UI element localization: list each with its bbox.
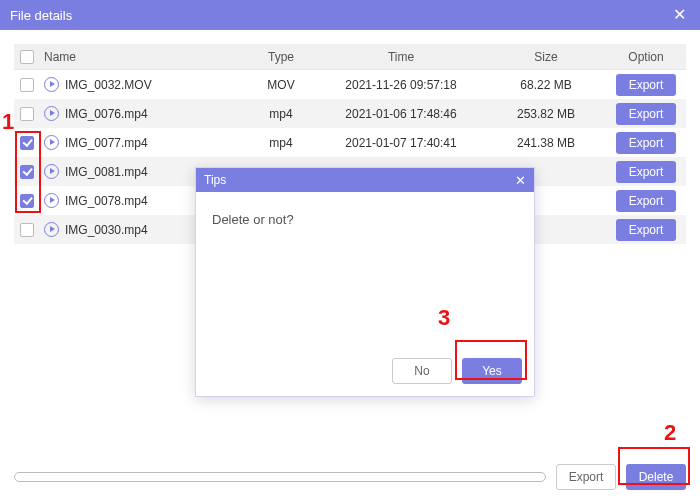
play-preview-icon[interactable]	[44, 222, 59, 237]
file-name: IMG_0078.mp4	[65, 194, 148, 208]
col-header-option: Option	[606, 50, 686, 64]
dialog-yes-button[interactable]: Yes	[462, 358, 522, 384]
dialog-footer: No Yes	[196, 346, 534, 396]
table-header: Name Type Time Size Option	[14, 44, 686, 70]
table-row[interactable]: IMG_0032.MOVMOV2021-11-26 09:57:1868.22 …	[14, 70, 686, 99]
row-export-button[interactable]: Export	[616, 161, 676, 183]
progress-bar	[14, 472, 546, 482]
file-size: 253.82 MB	[486, 107, 606, 121]
file-name: IMG_0030.mp4	[65, 223, 148, 237]
dialog-titlebar: Tips ✕	[196, 168, 534, 192]
play-preview-icon[interactable]	[44, 135, 59, 150]
play-preview-icon[interactable]	[44, 193, 59, 208]
file-size: 68.22 MB	[486, 78, 606, 92]
export-all-button[interactable]: Export	[556, 464, 616, 490]
file-size: 241.38 MB	[486, 136, 606, 150]
row-checkbox[interactable]	[20, 223, 34, 237]
col-header-type: Type	[246, 50, 316, 64]
dialog-message: Delete or not?	[196, 192, 534, 346]
titlebar: File details ✕	[0, 0, 700, 30]
file-name: IMG_0032.MOV	[65, 78, 152, 92]
row-checkbox[interactable]	[20, 107, 34, 121]
footer: Export Delete	[14, 464, 686, 490]
file-name: IMG_0076.mp4	[65, 107, 148, 121]
file-time: 2021-01-06 17:48:46	[316, 107, 486, 121]
file-type: MOV	[246, 78, 316, 92]
close-icon[interactable]: ✕	[668, 4, 690, 26]
file-type: mp4	[246, 107, 316, 121]
play-preview-icon[interactable]	[44, 106, 59, 121]
file-time: 2021-11-26 09:57:18	[316, 78, 486, 92]
file-time: 2021-01-07 17:40:41	[316, 136, 486, 150]
play-preview-icon[interactable]	[44, 77, 59, 92]
col-header-time: Time	[316, 50, 486, 64]
delete-button[interactable]: Delete	[626, 464, 686, 490]
file-type: mp4	[246, 136, 316, 150]
row-export-button[interactable]: Export	[616, 219, 676, 241]
file-name: IMG_0081.mp4	[65, 165, 148, 179]
row-export-button[interactable]: Export	[616, 74, 676, 96]
select-all-checkbox[interactable]	[20, 50, 34, 64]
row-export-button[interactable]: Export	[616, 132, 676, 154]
row-checkbox[interactable]	[20, 136, 34, 150]
window-title: File details	[10, 8, 72, 23]
col-header-name: Name	[40, 50, 246, 64]
row-export-button[interactable]: Export	[616, 190, 676, 212]
row-checkbox[interactable]	[20, 165, 34, 179]
table-row[interactable]: IMG_0077.mp4mp42021-01-07 17:40:41241.38…	[14, 128, 686, 157]
row-checkbox[interactable]	[20, 194, 34, 208]
table-row[interactable]: IMG_0076.mp4mp42021-01-06 17:48:46253.82…	[14, 99, 686, 128]
row-checkbox[interactable]	[20, 78, 34, 92]
dialog-title: Tips	[204, 173, 226, 187]
row-export-button[interactable]: Export	[616, 103, 676, 125]
col-header-size: Size	[486, 50, 606, 64]
dialog-no-button[interactable]: No	[392, 358, 452, 384]
play-preview-icon[interactable]	[44, 164, 59, 179]
dialog-close-icon[interactable]: ✕	[515, 174, 526, 187]
confirm-dialog: Tips ✕ Delete or not? No Yes	[195, 167, 535, 397]
file-name: IMG_0077.mp4	[65, 136, 148, 150]
